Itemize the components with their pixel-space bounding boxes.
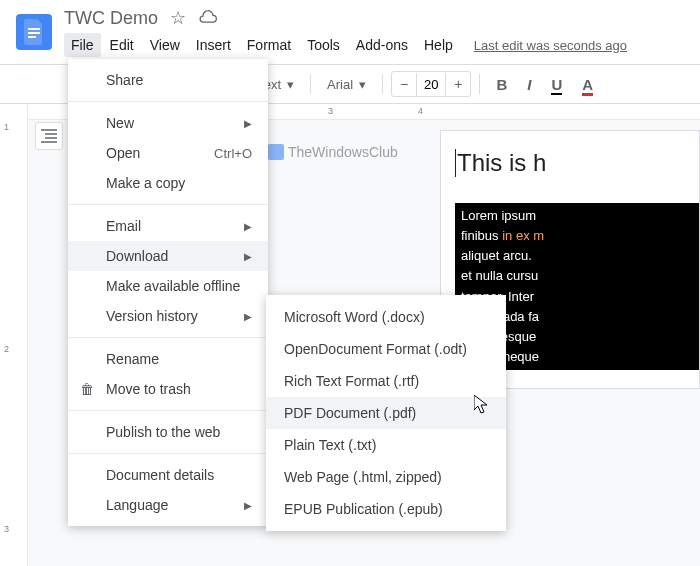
underline-button[interactable]: U — [543, 72, 570, 97]
download-submenu: Microsoft Word (.docx) OpenDocument Form… — [266, 295, 506, 531]
header: TWC Demo ☆ File Edit View Insert Format … — [0, 0, 700, 64]
menu-tools[interactable]: Tools — [300, 33, 347, 57]
ruler-tick: 1 — [4, 122, 9, 132]
menu-version-history[interactable]: Version history▶ — [68, 301, 268, 331]
font-family-label: Arial — [327, 77, 353, 92]
svg-rect-2 — [28, 36, 36, 38]
chevron-right-icon: ▶ — [244, 251, 252, 262]
menu-rename[interactable]: Rename — [68, 344, 268, 374]
chevron-right-icon: ▶ — [244, 221, 252, 232]
font-family-dropdown[interactable]: Arial ▾ — [319, 73, 374, 96]
menu-download[interactable]: Download▶ — [68, 241, 268, 271]
watermark: TheWindowsClub — [268, 144, 398, 160]
menu-insert[interactable]: Insert — [189, 33, 238, 57]
font-size-increase[interactable]: + — [446, 72, 470, 96]
chevron-right-icon: ▶ — [244, 118, 252, 129]
menu-file[interactable]: File — [64, 33, 101, 57]
chevron-right-icon: ▶ — [244, 500, 252, 511]
download-html[interactable]: Web Page (.html, zipped) — [266, 461, 506, 493]
menu-publish[interactable]: Publish to the web — [68, 417, 268, 447]
title-area: TWC Demo ☆ File Edit View Insert Format … — [64, 7, 684, 57]
mouse-cursor-icon — [474, 395, 488, 419]
menu-separator — [68, 453, 268, 454]
outline-toggle-button[interactable] — [35, 122, 63, 150]
menu-document-details[interactable]: Document details — [68, 460, 268, 490]
menu-help[interactable]: Help — [417, 33, 460, 57]
watermark-text: TheWindowsClub — [288, 144, 398, 160]
download-pdf[interactable]: PDF Document (.pdf) — [266, 397, 506, 429]
menu-format[interactable]: Format — [240, 33, 298, 57]
vertical-ruler: 1 2 3 — [0, 104, 28, 566]
menu-make-copy[interactable]: Make a copy — [68, 168, 268, 198]
ruler-tick: 2 — [4, 344, 9, 354]
menu-email[interactable]: Email▶ — [68, 211, 268, 241]
menu-separator — [68, 410, 268, 411]
toolbar-separator — [479, 74, 480, 94]
doc-title-row: TWC Demo ☆ — [64, 7, 684, 29]
docs-logo[interactable] — [16, 14, 52, 50]
download-rtf[interactable]: Rich Text Format (.rtf) — [266, 365, 506, 397]
trash-icon: 🗑 — [80, 381, 94, 397]
download-txt[interactable]: Plain Text (.txt) — [266, 429, 506, 461]
menu-language[interactable]: Language▶ — [68, 490, 268, 520]
doc-title[interactable]: TWC Demo — [64, 8, 158, 29]
ruler-tick: 4 — [418, 106, 423, 116]
watermark-icon — [268, 144, 284, 160]
menu-move-to-trash[interactable]: 🗑Move to trash — [68, 374, 268, 404]
italic-button[interactable]: I — [519, 72, 539, 97]
heading-text: This is h — [455, 149, 699, 177]
bold-button[interactable]: B — [488, 72, 515, 97]
svg-rect-1 — [28, 32, 40, 34]
file-dropdown-menu: Share New▶ OpenCtrl+O Make a copy Email▶… — [68, 59, 268, 526]
svg-rect-0 — [28, 28, 40, 30]
menu-view[interactable]: View — [143, 33, 187, 57]
download-epub[interactable]: EPUB Publication (.epub) — [266, 493, 506, 525]
last-edit-link[interactable]: Last edit was seconds ago — [474, 38, 627, 53]
font-size-control: − + — [391, 71, 471, 97]
menu-addons[interactable]: Add-ons — [349, 33, 415, 57]
text-color-button[interactable]: A — [574, 72, 601, 97]
star-icon[interactable]: ☆ — [170, 7, 186, 29]
menu-share[interactable]: Share — [68, 65, 268, 95]
menu-new[interactable]: New▶ — [68, 108, 268, 138]
ruler-tick: 3 — [4, 524, 9, 534]
toolbar-separator — [310, 74, 311, 94]
menu-edit[interactable]: Edit — [103, 33, 141, 57]
cloud-saved-icon[interactable] — [198, 8, 218, 29]
ruler-tick: 3 — [328, 106, 333, 116]
menu-offline[interactable]: Make available offline — [68, 271, 268, 301]
toolbar-separator — [382, 74, 383, 94]
menu-separator — [68, 337, 268, 338]
menu-open[interactable]: OpenCtrl+O — [68, 138, 268, 168]
download-docx[interactable]: Microsoft Word (.docx) — [266, 301, 506, 333]
menu-separator — [68, 101, 268, 102]
font-size-input[interactable] — [416, 73, 446, 96]
font-size-decrease[interactable]: − — [392, 72, 416, 96]
menu-separator — [68, 204, 268, 205]
download-odt[interactable]: OpenDocument Format (.odt) — [266, 333, 506, 365]
chevron-right-icon: ▶ — [244, 311, 252, 322]
chevron-down-icon: ▾ — [359, 77, 366, 92]
chevron-down-icon: ▾ — [287, 77, 294, 92]
menubar: File Edit View Insert Format Tools Add-o… — [64, 33, 684, 57]
